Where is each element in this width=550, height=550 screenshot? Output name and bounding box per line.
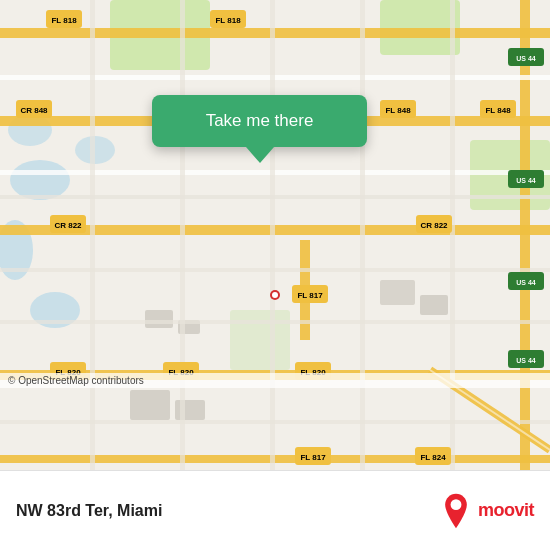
popup[interactable]: Take me there xyxy=(152,95,367,163)
moovit-text: moovit xyxy=(478,500,534,521)
moovit-logo: moovit xyxy=(440,492,534,530)
svg-point-73 xyxy=(272,292,278,298)
map-container: FL 818 FL 818 CR 848 CR 848 FL 848 FL 84… xyxy=(0,0,550,470)
svg-rect-9 xyxy=(230,310,290,370)
svg-text:CR 848: CR 848 xyxy=(20,106,48,115)
popup-arrow xyxy=(246,147,274,163)
svg-text:FL 848: FL 848 xyxy=(485,106,511,115)
svg-text:US 44: US 44 xyxy=(516,279,536,286)
popup-box[interactable]: Take me there xyxy=(152,95,367,147)
svg-point-74 xyxy=(451,499,462,510)
svg-rect-33 xyxy=(450,0,455,470)
svg-text:FL 818: FL 818 xyxy=(215,16,241,25)
svg-text:FL 824: FL 824 xyxy=(420,453,446,462)
svg-text:CR 822: CR 822 xyxy=(54,221,82,230)
svg-rect-7 xyxy=(380,0,460,55)
svg-text:FL 848: FL 848 xyxy=(385,106,411,115)
svg-text:FL 817: FL 817 xyxy=(297,291,323,300)
svg-text:CR 822: CR 822 xyxy=(420,221,448,230)
svg-text:US 44: US 44 xyxy=(516,55,536,62)
svg-rect-31 xyxy=(270,0,275,470)
svg-text:US 44: US 44 xyxy=(516,357,536,364)
svg-rect-13 xyxy=(420,295,448,315)
copyright-bar: © OpenStreetMap contributors xyxy=(0,373,550,388)
svg-rect-15 xyxy=(175,400,205,420)
svg-text:US 44: US 44 xyxy=(516,177,536,184)
svg-rect-21 xyxy=(520,0,530,470)
moovit-pin-icon xyxy=(440,492,472,530)
bottom-bar: NW 83rd Ter, Miami moovit xyxy=(0,470,550,550)
copyright-text: © OpenStreetMap contributors xyxy=(8,375,144,386)
location-info: NW 83rd Ter, Miami xyxy=(16,502,440,520)
svg-point-1 xyxy=(10,160,70,200)
svg-rect-14 xyxy=(130,390,170,420)
svg-rect-32 xyxy=(360,0,365,470)
svg-rect-12 xyxy=(380,280,415,305)
svg-rect-10 xyxy=(145,310,173,328)
svg-text:FL 817: FL 817 xyxy=(300,453,326,462)
svg-rect-30 xyxy=(180,0,185,470)
location-name: NW 83rd Ter, Miami xyxy=(16,502,440,520)
svg-rect-29 xyxy=(90,0,95,470)
svg-text:FL 818: FL 818 xyxy=(51,16,77,25)
popup-label: Take me there xyxy=(206,111,314,130)
